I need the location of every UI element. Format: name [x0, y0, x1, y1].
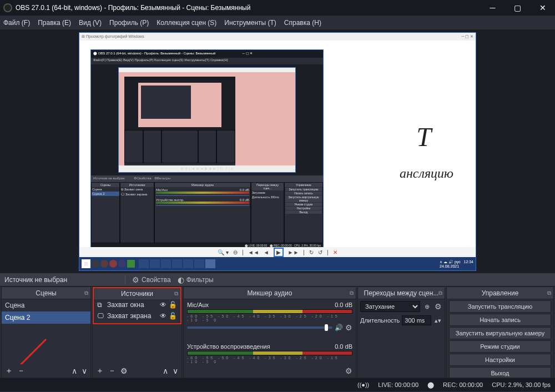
transition-settings-icon[interactable]: ⚙ [433, 302, 442, 311]
menu-scene-collection[interactable]: Коллекция сцен (S) [157, 19, 216, 27]
duration-stepper-icon[interactable]: ▴▾ [433, 317, 442, 324]
move-scene-up-button[interactable]: ∧ [72, 366, 77, 375]
no-source-label: Источник не выбран [4, 276, 67, 284]
start-recording-button[interactable]: Начать запись [449, 314, 551, 326]
add-scene-button[interactable]: ＋ [5, 366, 13, 376]
gear-icon: ⚙ [132, 275, 139, 284]
record-icon: ⬤ [427, 381, 434, 389]
app-logo-icon [3, 3, 12, 12]
filters-icon: ◐ [178, 275, 184, 284]
broadcast-icon: ((●)) [357, 381, 369, 388]
source-properties-button[interactable]: ⚙ [120, 366, 128, 375]
popout-icon[interactable]: ⧉ [84, 290, 88, 296]
maximize-button[interactable]: ▢ [505, 0, 530, 16]
start-streaming-button[interactable]: Запустить трансляцию [449, 300, 551, 313]
source-item[interactable]: 🖵 Захват экрана 👁 🔓 [94, 310, 180, 321]
transitions-title: Переходы между сцен...⧉ [358, 287, 445, 299]
title-bar: OBS 27.0.1 (64-bit, windows) - Профиль: … [0, 0, 555, 16]
properties-button[interactable]: ⚙Свойства [132, 275, 171, 284]
docks-row: Сцены⧉ Сцена Сцена 2 ＋ － ∧ ∨ Источники⧉ … [0, 287, 555, 378]
remove-scene-button[interactable]: － [17, 366, 25, 376]
add-source-button[interactable]: ＋ [96, 366, 104, 376]
lock-toggle-icon[interactable]: 🔓 [169, 312, 177, 320]
duration-label: Длительность [360, 317, 400, 324]
popout-icon[interactable]: ⧉ [438, 290, 442, 296]
mixer-channel: Устройство воспроизведения0.0 dB -60 -55… [184, 341, 356, 364]
status-cpu: CPU: 2.9%, 30.00 fps [492, 381, 551, 388]
close-button[interactable]: ✕ [530, 0, 555, 16]
mixer-body: Mic/Aux0.0 dB -60 -55 -50 -45 -40 -35 -3… [184, 299, 356, 364]
scene-item[interactable]: Сцена [2, 299, 90, 311]
sources-list: ⧉ Захват окна 👁 🔓 🖵 Захват экрана 👁 🔓 [93, 299, 181, 364]
exit-button[interactable]: Выход [449, 367, 551, 378]
channel-db: 0.0 dB [335, 301, 352, 308]
visibility-toggle-icon[interactable]: 👁 [160, 312, 167, 320]
start-vcam-button[interactable]: Запустить виртуальную камеру [449, 327, 551, 339]
window-title: OBS 27.0.1 (64-bit, windows) - Профиль: … [16, 4, 480, 12]
mixer-settings-icon[interactable]: ⚙ [345, 366, 352, 375]
lock-toggle-icon[interactable]: 🔓 [169, 301, 177, 309]
mixer-dock: Микшер аудио⧉ Mic/Aux0.0 dB -60 -55 -50 … [183, 287, 356, 378]
menu-profile[interactable]: Профиль (P) [109, 19, 149, 27]
scene-item[interactable]: Сцена 2 [2, 311, 90, 324]
transition-select[interactable]: Затухание [360, 301, 420, 312]
menu-help[interactable]: Справка (H) [284, 19, 321, 27]
channel-name: Устройство воспроизведения [187, 343, 270, 350]
scenes-list: Сцена Сцена 2 [2, 299, 90, 364]
preview-text: T [416, 122, 431, 152]
move-source-down-button[interactable]: ∨ [173, 366, 178, 375]
menu-edit[interactable]: Правка (E) [38, 19, 71, 27]
audio-meter [187, 309, 352, 314]
scenes-dock: Сцены⧉ Сцена Сцена 2 ＋ － ∧ ∨ [1, 287, 91, 378]
move-scene-down-button[interactable]: ∨ [82, 366, 87, 375]
source-item[interactable]: ⧉ Захват окна 👁 🔓 [94, 299, 180, 310]
minimize-button[interactable]: ─ [480, 0, 505, 16]
meter-ticks: -60 -55 -50 -45 -40 -35 -30 -25 -20 -15 … [187, 356, 352, 364]
duration-input[interactable] [402, 315, 431, 325]
speaker-icon[interactable]: 🔊 [335, 324, 343, 331]
menu-tools[interactable]: Инструменты (T) [224, 19, 276, 27]
scenes-title: Сцены⧉ [2, 287, 90, 299]
volume-slider[interactable] [187, 326, 332, 329]
status-live: LIVE: 00:00:00 [378, 381, 418, 388]
filters-button[interactable]: ◐Фильтры [178, 275, 214, 284]
channel-db: 0.0 dB [335, 343, 352, 350]
source-label: Захват экрана [107, 312, 158, 320]
menu-bar: Файл (F) Правка (E) Вид (V) Профиль (P) … [0, 16, 555, 30]
channel-settings-icon[interactable]: ⚙ [345, 323, 352, 332]
menu-file[interactable]: Файл (F) [3, 19, 30, 27]
settings-button[interactable]: Настройки [449, 354, 551, 366]
popout-icon[interactable]: ⧉ [350, 290, 354, 296]
audio-meter [187, 351, 352, 355]
svg-line-0 [13, 339, 46, 364]
status-bar: ((●)) LIVE: 00:00:00 ⬤ REC: 00:00:00 CPU… [0, 378, 555, 391]
controls-title: Управление⧉ [447, 287, 553, 299]
menu-view[interactable]: Вид (V) [79, 19, 102, 27]
transitions-body: Затухание ⊕ ⚙ Длительность ▴▾ [358, 299, 445, 378]
sources-dock: Источники⧉ ⧉ Захват окна 👁 🔓 🖵 Захват эк… [92, 287, 182, 378]
window-capture-icon: ⧉ [97, 301, 105, 309]
source-label: Захват окна [107, 301, 158, 309]
status-rec: REC: 00:00:00 [443, 381, 483, 388]
mixer-channel: Mic/Aux0.0 dB -60 -55 -50 -45 -40 -35 -3… [184, 299, 356, 333]
move-source-up-button[interactable]: ∧ [163, 366, 168, 375]
display-capture-icon: 🖵 [97, 312, 105, 320]
preview-text2: ансляцию [400, 166, 453, 181]
controls-body: Запустить трансляцию Начать запись Запус… [447, 299, 553, 378]
popout-icon[interactable]: ⧉ [174, 290, 178, 297]
remove-source-button[interactable]: － [108, 366, 116, 376]
channel-name: Mic/Aux [187, 301, 209, 308]
controls-dock: Управление⧉ Запустить трансляцию Начать … [446, 287, 554, 378]
meter-ticks: -60 -55 -50 -45 -40 -35 -30 -25 -20 -15 … [187, 314, 352, 322]
source-toolbar: Источник не выбран ⚙Свойства ◐Фильтры [0, 273, 555, 287]
annotation-arrow-icon [7, 334, 52, 364]
studio-mode-button[interactable]: Режим студии [449, 340, 551, 353]
popout-icon[interactable]: ⧉ [547, 290, 551, 296]
visibility-toggle-icon[interactable]: 👁 [160, 301, 167, 309]
transition-add-icon[interactable]: ⊕ [422, 303, 431, 310]
transitions-dock: Переходы между сцен...⧉ Затухание ⊕ ⚙ Дл… [357, 287, 445, 378]
preview-area[interactable]: ⊞ Просмотр фотографий Windows─ ▢ ✕ T анс… [0, 30, 555, 273]
preview-canvas[interactable]: ⊞ Просмотр фотографий Windows─ ▢ ✕ T анс… [79, 32, 476, 271]
sources-title: Источники⧉ [93, 287, 181, 299]
mixer-title: Микшер аудио⧉ [184, 287, 356, 299]
